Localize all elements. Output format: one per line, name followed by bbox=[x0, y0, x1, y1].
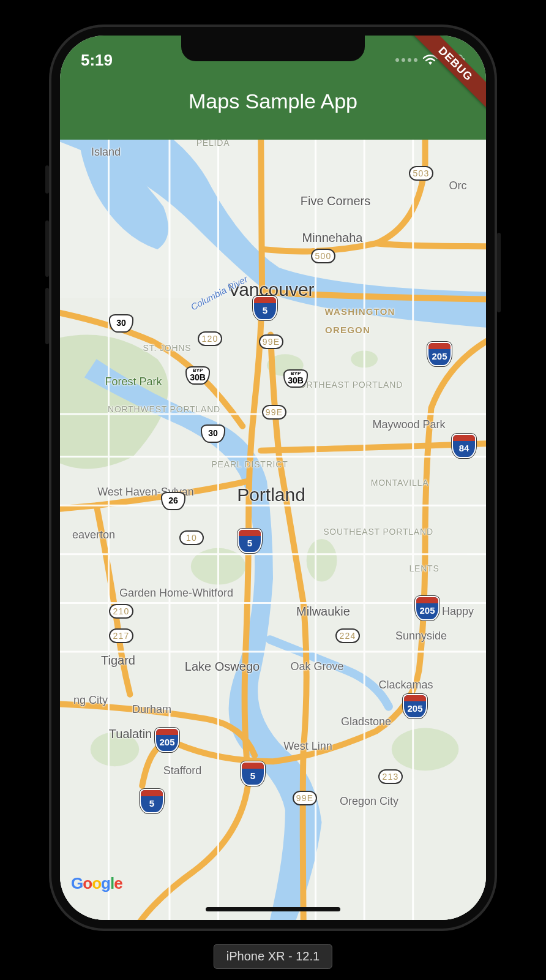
simulator-label: iPhone XR - 12.1 bbox=[214, 944, 332, 969]
map-view[interactable]: PortlandVancouverFive CornersMinnehahaMa… bbox=[60, 140, 486, 920]
notch bbox=[181, 36, 365, 61]
svg-point-9 bbox=[91, 732, 140, 766]
volume-down-button bbox=[45, 288, 49, 344]
device-frame: DEBUG 5:19 bbox=[49, 24, 497, 931]
mute-switch bbox=[45, 165, 49, 194]
status-time: 5:19 bbox=[81, 51, 113, 70]
app-title: Maps Sample App bbox=[60, 89, 486, 113]
volume-up-button bbox=[45, 221, 49, 277]
cellular-icon bbox=[395, 58, 417, 62]
screen: DEBUG 5:19 bbox=[60, 36, 486, 920]
map-svg bbox=[60, 140, 486, 920]
power-button bbox=[497, 233, 501, 312]
home-indicator bbox=[206, 907, 340, 911]
svg-point-10 bbox=[392, 728, 458, 771]
svg-point-8 bbox=[307, 539, 337, 582]
